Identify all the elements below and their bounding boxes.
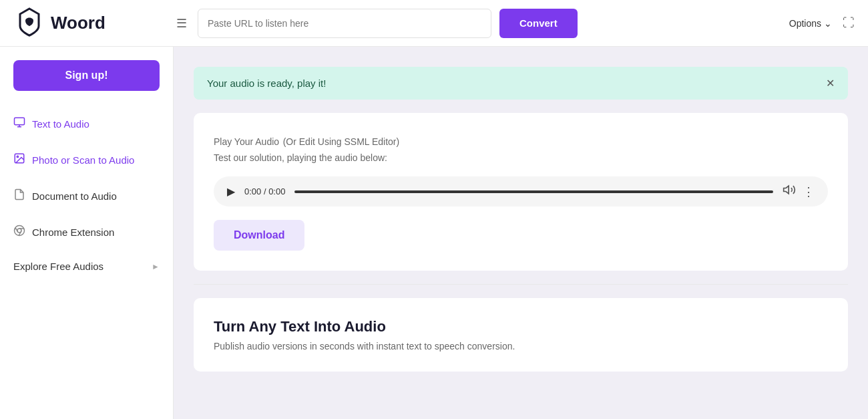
promo-title: Turn Any Text Into Audio — [214, 318, 828, 335]
promo-card: Turn Any Text Into Audio Publish audio v… — [194, 298, 848, 372]
volume-icon — [783, 186, 796, 199]
chevron-right-icon: ► — [152, 262, 160, 271]
hamburger-button[interactable]: ☰ — [174, 13, 190, 33]
promo-subtitle: Publish audio versions in seconds with i… — [214, 341, 828, 352]
sidebar: Sign up! Text to Audio — [0, 47, 174, 419]
svg-marker-10 — [784, 186, 789, 194]
sidebar-item-label: Document to Audio — [32, 190, 117, 202]
play-button[interactable]: ▶ — [227, 185, 235, 198]
chrome-icon — [13, 225, 25, 239]
monitor-icon — [13, 116, 25, 131]
main-content: Your audio is ready, play it! ✕ Play You… — [174, 47, 868, 419]
card-divider — [194, 284, 848, 285]
convert-button[interactable]: Convert — [499, 9, 578, 38]
header-middle: ☰ Convert — [174, 9, 789, 38]
more-options-button[interactable]: ⋮ — [803, 184, 815, 199]
file-icon — [13, 188, 25, 203]
more-icon: ⋮ — [803, 185, 815, 198]
sidebar-item-label: Chrome Extension — [32, 227, 114, 238]
notification-banner: Your audio is ready, play it! ✕ — [194, 67, 848, 100]
audio-card-title-note: (Or Edit Using SSML Editor) — [283, 136, 400, 147]
play-icon: ▶ — [227, 185, 235, 198]
expand-button[interactable]: ⛶ — [843, 16, 855, 30]
sidebar-item-explore-free-audios[interactable]: Explore Free Audios ► — [0, 251, 173, 281]
sidebar-item-label: Photo or Scan to Audio — [32, 154, 134, 166]
chevron-down-icon: ⌄ — [824, 18, 832, 29]
notification-text: Your audio is ready, play it! — [207, 78, 326, 89]
logo-area: Woord — [13, 6, 174, 41]
close-banner-button[interactable]: ✕ — [826, 78, 835, 89]
sidebar-item-label: Text to Audio — [32, 118, 89, 130]
sidebar-item-photo-scan-to-audio[interactable]: Photo or Scan to Audio — [0, 143, 173, 176]
audio-card-subtitle: Test our solution, playing the audio bel… — [214, 152, 828, 163]
svg-rect-0 — [15, 118, 25, 125]
image-icon — [13, 152, 25, 167]
sidebar-item-text-to-audio[interactable]: Text to Audio — [0, 107, 173, 140]
url-input[interactable] — [198, 9, 491, 38]
progress-bar[interactable] — [294, 190, 773, 193]
sidebar-item-document-to-audio[interactable]: Document to Audio — [0, 179, 173, 213]
signup-button[interactable]: Sign up! — [13, 60, 160, 91]
download-button[interactable]: Download — [214, 220, 304, 251]
audio-card: Play Your Audio (Or Edit Using SSML Edit… — [194, 113, 848, 271]
header-right: Options ⌄ ⛶ — [789, 16, 855, 30]
volume-button[interactable] — [783, 183, 796, 200]
logo-icon — [13, 6, 45, 41]
logo-text: Woord — [51, 13, 105, 33]
time-display: 0:00 / 0:00 — [244, 186, 285, 196]
svg-point-4 — [17, 156, 18, 157]
expand-icon: ⛶ — [843, 16, 855, 29]
sidebar-item-chrome-extension[interactable]: Chrome Extension — [0, 215, 173, 249]
sidebar-item-label: Explore Free Audios — [13, 261, 103, 272]
audio-player: ▶ 0:00 / 0:00 — [214, 176, 828, 206]
audio-card-title: Play Your Audio (Or Edit Using SSML Edit… — [214, 133, 828, 148]
header: Woord ☰ Convert Options ⌄ ⛶ — [0, 0, 868, 47]
body-layout: Sign up! Text to Audio — [0, 47, 868, 419]
options-button[interactable]: Options ⌄ — [789, 18, 832, 29]
